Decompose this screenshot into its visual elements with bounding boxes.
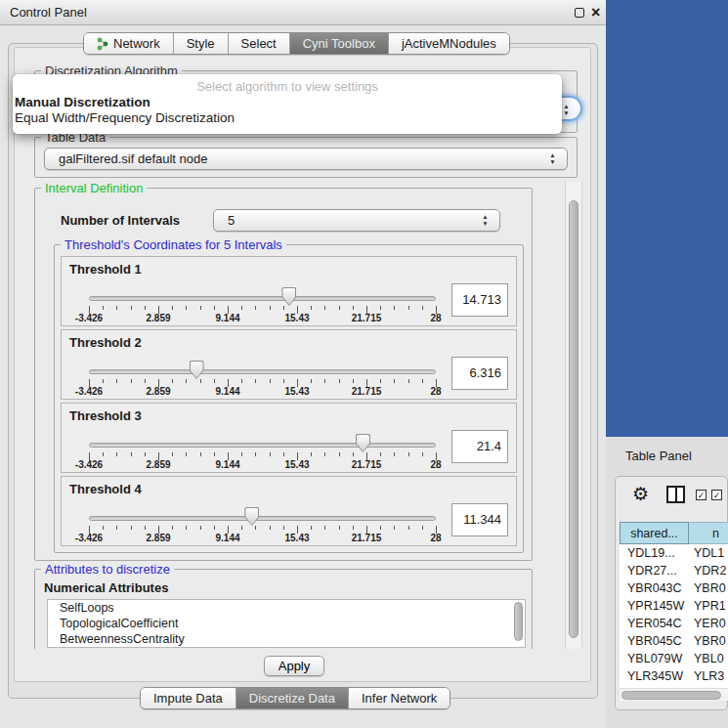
threshold-box-1: Threshold 1-3.4262.8599.14415.4321.71528… (61, 256, 517, 326)
table-cell[interactable]: YPR1 (694, 597, 728, 615)
slider-tick (394, 452, 395, 456)
tab-label: Discretize Data (249, 691, 335, 706)
column-layout-icon[interactable] (666, 486, 685, 503)
apply-button[interactable]: Apply (264, 656, 324, 676)
tab-style[interactable]: Style (174, 33, 229, 54)
threshold-value-field[interactable]: 6.316 (451, 357, 508, 390)
dropdown-item-equal-width[interactable]: Equal Width/Frequency Discretization (13, 109, 562, 125)
threshold-value-field[interactable]: 21.4 (451, 430, 508, 463)
table-cell[interactable]: YBL079W (627, 650, 690, 667)
tab-discretize-data[interactable]: Discretize Data (236, 688, 349, 708)
slider-tick (283, 379, 284, 383)
dropdown-item-manual[interactable]: Manual Discretization (13, 94, 562, 109)
slider-tick (380, 452, 381, 456)
slider-tick-label: 15.43 (284, 386, 309, 397)
table-cell[interactable]: YPR145W (627, 597, 690, 615)
table-cell[interactable]: YBR0 (694, 579, 728, 597)
slider-tick (422, 306, 423, 310)
table-cell[interactable]: YBR043C (627, 579, 690, 597)
bottom-tab-bar: Impute DataDiscretize DataInfer Network (140, 687, 450, 709)
slider-tick (116, 526, 117, 530)
tab-label: Impute Data (153, 691, 223, 706)
table-cell[interactable]: YER054C (627, 615, 690, 632)
column-header-shared-name[interactable]: shared... (620, 522, 689, 544)
list-scrollbar-thumb[interactable] (514, 602, 523, 641)
slider-track[interactable] (89, 443, 436, 448)
threshold-value-field[interactable]: 11.344 (451, 503, 508, 536)
slider-tick-label: 9.144 (215, 313, 239, 323)
slider-tick-label: 28 (430, 386, 441, 397)
slider-handle[interactable] (244, 507, 259, 526)
attribute-list-item[interactable]: BetweennessCentrality (48, 631, 525, 647)
table-cell[interactable]: YDL19... (627, 544, 690, 562)
checkbox-icon[interactable]: ✓ (711, 490, 722, 500)
slider-tick (145, 526, 146, 530)
tab-impute-data[interactable]: Impute Data (141, 688, 236, 708)
slider-track[interactable] (89, 369, 436, 374)
slider-tick (311, 379, 312, 383)
slider-tick-label: -3.426 (75, 313, 103, 323)
slider-track[interactable] (89, 296, 436, 301)
tab-jactivemnodules[interactable]: jActiveMNodules (389, 33, 509, 54)
slider-tick (103, 379, 104, 383)
column-header-name[interactable]: n (689, 522, 728, 544)
threshold-value-field[interactable]: 14.713 (451, 283, 508, 317)
slider-tick (172, 379, 173, 383)
threshold-box-2: Threshold 2-3.4262.8599.14415.4321.71528… (61, 329, 517, 400)
slider-handle[interactable] (190, 361, 204, 379)
threshold-label: Threshold 2 (69, 335, 142, 350)
tab-network[interactable]: Network (84, 33, 174, 54)
float-window-icon[interactable] (575, 8, 584, 18)
table-cell[interactable]: YDL1 (694, 544, 728, 562)
slider-tick (311, 452, 312, 456)
tab-select[interactable]: Select (229, 33, 290, 54)
slider-tick (116, 452, 117, 456)
close-icon[interactable]: × (591, 0, 600, 25)
table-cell[interactable]: YLR345W (627, 667, 690, 685)
node-table[interactable]: shared...nYDL19...YDL1YDR27...YDR2YBR043… (620, 522, 728, 700)
slider-tick (131, 452, 132, 456)
table-cell[interactable]: YLR3 (694, 667, 728, 685)
numerical-attributes-list[interactable]: SelfLoopsTopologicalCoefficientBetweenne… (47, 599, 526, 648)
table-cell[interactable]: YER0 (694, 615, 728, 632)
slider-tick (241, 526, 242, 530)
slider-tick (145, 379, 146, 383)
tab-label: Style (187, 36, 215, 51)
slider-tick (324, 306, 325, 310)
slider-tick (186, 452, 187, 456)
slider-track[interactable] (89, 516, 436, 521)
network-window-frame: GAL80GACGAL11GAL4GCY1HHAP2 (606, 0, 728, 437)
attribute-list-item[interactable]: TopologicalCoefficient (48, 616, 525, 631)
gear-icon[interactable]: ⚙ (632, 484, 649, 505)
table-hscrollbar-track[interactable] (620, 688, 728, 701)
slider-tick (255, 379, 256, 383)
slider-tick-label: 9.144 (215, 533, 239, 543)
table-hscrollbar-thumb[interactable] (621, 691, 721, 700)
slider-tick-label: -3.426 (75, 386, 103, 397)
slider-tick-label: 15.43 (284, 313, 309, 323)
table-cell[interactable]: YDR27... (627, 562, 690, 579)
slider-tick (283, 526, 284, 530)
network-icon (97, 37, 108, 51)
number-of-intervals-combobox[interactable]: 5 ▲▼ (213, 209, 500, 232)
tab-infer-network[interactable]: Infer Network (349, 688, 450, 708)
slider-tick (408, 379, 409, 383)
slider-tick (422, 526, 423, 530)
checkbox-icon[interactable]: ✓ (696, 490, 707, 500)
number-of-intervals-label: Number of Intervals (61, 213, 180, 228)
slider-tick (283, 306, 284, 310)
combo-arrows-icon: ▲▼ (562, 103, 571, 116)
attributes-group-label: Attributes to discretize (41, 562, 174, 577)
tab-cyni-toolbox[interactable]: Cyni Toolbox (290, 33, 389, 54)
table-data-combobox[interactable]: galFiltered.sif default node ▲▼ (44, 148, 568, 170)
slider-handle[interactable] (356, 434, 370, 452)
table-cell[interactable]: YBR0 (694, 632, 728, 650)
table-cell[interactable]: YBL0 (694, 650, 728, 667)
table-cell[interactable]: YBR045C (627, 632, 690, 650)
table-cell[interactable]: YDR2 (694, 562, 728, 579)
slider-tick (311, 306, 312, 310)
attribute-list-item[interactable]: SelfLoops (48, 600, 525, 616)
slider-tick (422, 452, 423, 456)
slider-tick (172, 452, 173, 456)
slider-handle[interactable] (281, 287, 296, 306)
